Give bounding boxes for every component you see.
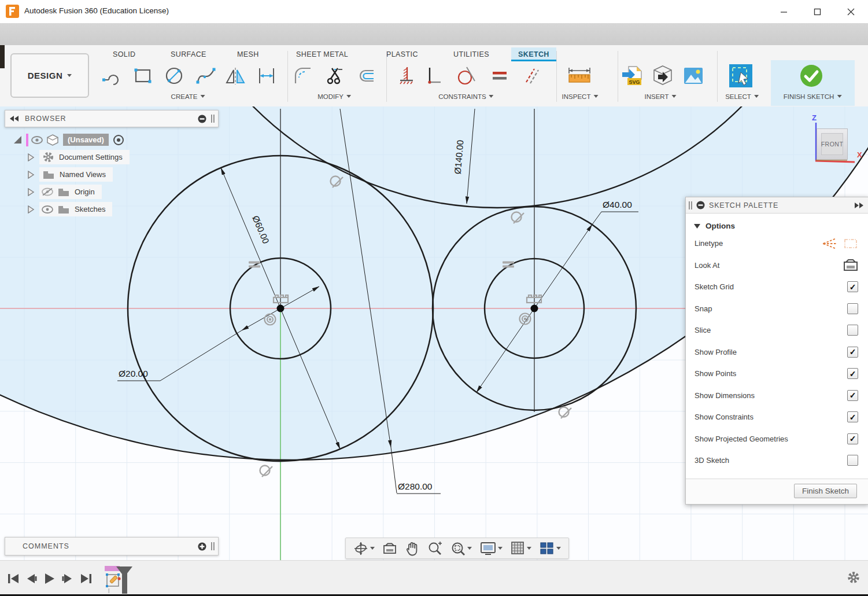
options-section-header[interactable]: Options [694,222,868,230]
tab-sheetmetal[interactable]: SHEET METAL [289,47,355,61]
panel-drag-handle[interactable] [688,201,693,210]
panel-minimize-icon[interactable] [198,115,206,123]
timeline-go-to-end-button[interactable] [79,571,94,586]
look-at-icon[interactable] [843,259,858,271]
expand-panel-icon[interactable] [855,203,864,208]
root-document-label[interactable]: (Unsaved) [63,134,109,146]
tab-mesh[interactable]: MESH [230,47,266,61]
chevron-right-icon[interactable] [28,171,35,179]
viewcube-front-face[interactable]: FRONT [817,128,848,160]
show-dimensions-checkbox[interactable]: ✓ [847,390,858,401]
add-comment-icon[interactable] [198,542,206,551]
offset-tool-icon[interactable] [353,61,379,90]
comments-panel[interactable]: COMMENTS [5,537,219,555]
grid-and-snaps[interactable] [508,541,534,555]
viewcube-face-label[interactable]: FRONT [821,133,843,155]
show-projected-geometries-checkbox[interactable]: ✓ [847,433,858,444]
viewports[interactable] [537,542,564,555]
trim-tool-icon[interactable] [321,61,348,90]
activate-component-radio[interactable] [113,134,124,146]
chevron-right-icon[interactable] [28,188,35,196]
constraints-group-label[interactable]: CONSTRAINTS [438,93,493,100]
3d-sketch-checkbox[interactable]: ✓ [847,455,858,466]
modify-group-label[interactable]: MODIFY [317,93,351,100]
sketch-dimension-tool-icon[interactable] [253,61,280,90]
insert-mesh-icon[interactable] [649,61,676,90]
timeline-step-forward-button[interactable] [60,571,75,586]
center-point-left[interactable] [277,305,285,312]
caret-down-icon[interactable] [467,547,472,552]
arc-tool-icon[interactable] [98,61,125,90]
maximize-button[interactable] [804,0,830,23]
tab-solid[interactable]: SOLID [106,47,143,61]
vertical-horizontal-constraint-icon[interactable] [419,61,446,90]
collapse-panel-icon[interactable] [10,116,19,122]
browser-root-row[interactable]: (Unsaved) [13,133,130,147]
slice-checkbox[interactable]: ✓ [847,325,858,336]
select-tool-icon[interactable] [727,61,754,90]
timeline-play-button[interactable] [42,571,57,586]
finish-sketch-button[interactable]: Finish Sketch [794,484,857,498]
timeline-settings-gear-icon[interactable] [846,570,861,585]
select-group-label[interactable]: SELECT [725,93,759,100]
look-at-tool[interactable] [380,542,400,555]
orbit-tool[interactable] [350,541,378,556]
construction-linetype-icon[interactable] [822,237,837,251]
sketch-canvas[interactable]: Ø60.00 Ø20.00 Ø140.00 Ø40.00 [0,106,868,596]
tab-surface[interactable]: SURFACE [164,47,213,61]
parallel-constraint-icon[interactable] [518,61,545,90]
spline-tool-icon[interactable] [193,61,219,90]
center-point-right[interactable] [531,305,538,312]
panel-minimize-icon[interactable] [696,201,705,209]
chevron-right-icon[interactable] [28,153,35,161]
chevron-right-icon[interactable] [28,205,35,214]
browser-item-named-views[interactable]: Named Views [28,167,130,182]
centerline-linetype-icon[interactable] [843,237,858,250]
workspace-switcher[interactable]: DESIGN [10,53,89,98]
dimension-40-label[interactable]: Ø40.00 [603,200,632,209]
tangent-constraint-badge[interactable] [559,407,572,419]
inspect-group-label[interactable]: INSPECT [562,93,599,100]
dimension-280-label[interactable]: Ø280.00 [398,481,433,491]
display-settings[interactable] [477,542,505,555]
browser-item-origin[interactable]: Origin [28,185,130,199]
create-group-label[interactable]: CREATE [171,93,205,100]
caret-down-icon[interactable] [527,547,531,552]
view-cube[interactable]: Z FRONT X [808,113,866,174]
expand-root-icon[interactable] [13,135,23,145]
finish-sketch-icon[interactable] [798,61,825,90]
mirror-tool-icon[interactable] [222,61,249,90]
measure-tool-icon[interactable] [566,61,593,90]
equal-constraint-icon[interactable] [486,61,513,90]
tangent-constraint-icon[interactable] [453,61,479,90]
timeline-sketch-feature[interactable] [104,565,135,594]
rectangle-tool-icon[interactable] [130,61,156,90]
sketch-palette-header[interactable]: SKETCH PALETTE [686,197,868,214]
visibility-eye-icon[interactable] [31,136,43,144]
timeline-step-back-button[interactable] [24,571,39,586]
minimize-button[interactable] [770,0,797,23]
pan-tool[interactable] [402,541,422,556]
tab-sketch[interactable]: SKETCH [511,47,556,61]
fillet-tool-icon[interactable] [290,61,316,90]
tab-utilities[interactable]: UTILITIES [446,47,496,61]
close-button[interactable] [837,0,864,23]
panel-drag-handle[interactable] [210,114,216,123]
fit-tool[interactable] [448,541,475,556]
zoom-tool[interactable] [424,541,445,556]
browser-header[interactable]: BROWSER [5,110,219,127]
finish-sketch-group-label[interactable]: FINISH SKETCH [784,93,842,100]
circle-tool-icon[interactable] [161,61,187,90]
visibility-eye-icon[interactable] [42,205,53,214]
snap-checkbox[interactable]: ✓ [847,303,858,314]
insert-canvas-icon[interactable] [680,61,707,90]
dimension-20-label[interactable]: Ø20.00 [119,369,148,378]
show-profile-checkbox[interactable]: ✓ [847,347,858,358]
visibility-off-eye-icon[interactable] [42,187,53,196]
tangent-constraint-badge[interactable] [260,466,273,477]
caret-down-icon[interactable] [556,547,561,552]
show-constraints-checkbox[interactable]: ✓ [847,411,858,422]
timeline-go-to-start-button[interactable] [6,571,21,586]
fix-constraint-icon[interactable] [392,61,419,90]
browser-item-sketches[interactable]: Sketches [28,202,130,216]
